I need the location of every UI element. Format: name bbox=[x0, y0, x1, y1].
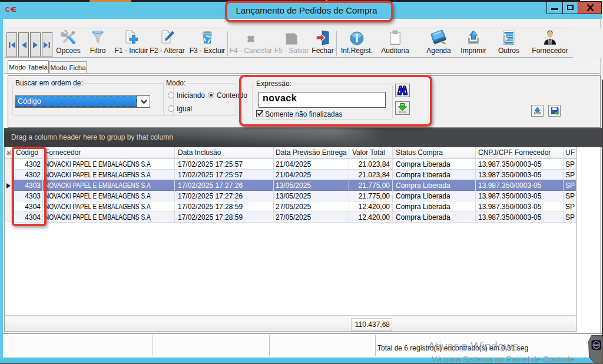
svg-text:C: C bbox=[5, 6, 10, 12]
svg-text:E: E bbox=[12, 6, 16, 12]
